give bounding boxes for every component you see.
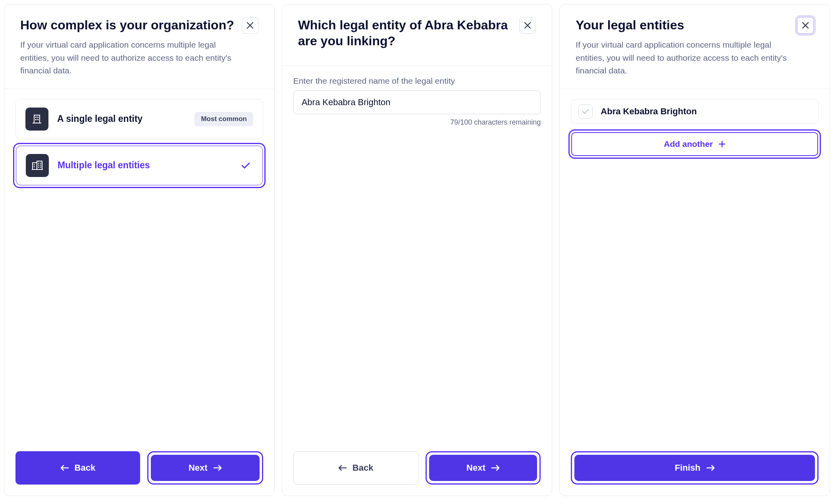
field-label: Enter the registered name of the legal e…: [293, 76, 541, 86]
svg-rect-4: [37, 119, 39, 120]
option-multiple-entities[interactable]: Multiple legal entities: [16, 146, 263, 185]
svg-rect-1: [35, 117, 37, 118]
entity-name-input[interactable]: [293, 90, 541, 114]
svg-rect-11: [40, 163, 41, 164]
close-button[interactable]: [797, 17, 814, 34]
panel-subtitle: If your virtual card application concern…: [20, 38, 235, 77]
add-another-button[interactable]: Add another: [571, 132, 818, 156]
highlight-add-another: Add another: [568, 129, 821, 159]
panel-header: Which legal entity of Abra Kebabra are y…: [282, 4, 552, 65]
highlight-multiple-entities: Multiple legal entities: [13, 143, 266, 188]
most-common-badge: Most common: [195, 112, 253, 126]
entity-list-item[interactable]: Abra Kebabra Brighton: [571, 99, 819, 124]
panel-link-entity: Which legal entity of Abra Kebabra are y…: [282, 4, 553, 496]
next-label: Next: [466, 463, 485, 473]
char-counter: 79/100 characters remaining: [293, 118, 541, 127]
arrow-right-icon: [706, 465, 715, 471]
check-icon: [241, 162, 250, 169]
add-label: Add another: [664, 139, 713, 149]
close-icon: [802, 22, 809, 29]
option-label: A single legal entity: [57, 113, 186, 124]
panel-org-complexity: How complex is your organization? If you…: [4, 4, 275, 496]
panel-subtitle: If your virtual card application concern…: [576, 38, 790, 77]
next-label: Next: [189, 463, 208, 473]
svg-rect-9: [34, 166, 35, 167]
svg-rect-8: [34, 164, 35, 165]
arrow-right-icon: [213, 465, 222, 471]
finish-label: Finish: [675, 463, 701, 473]
entity-name: Abra Kebabra Brighton: [601, 106, 697, 117]
next-button[interactable]: Next: [429, 455, 537, 481]
panel-title: How complex is your organization?: [20, 17, 235, 33]
close-button[interactable]: [519, 17, 536, 34]
svg-rect-6: [33, 163, 37, 169]
building-single-icon: [25, 108, 48, 131]
svg-rect-3: [35, 119, 37, 120]
back-button[interactable]: Back: [293, 451, 418, 485]
svg-rect-13: [40, 165, 41, 166]
arrow-right-icon: [491, 465, 500, 471]
svg-rect-7: [37, 161, 42, 169]
close-button[interactable]: [242, 17, 258, 34]
highlight-next: Next: [147, 451, 263, 485]
checkbox-icon[interactable]: [578, 104, 593, 119]
finish-button[interactable]: Finish: [574, 455, 815, 481]
svg-rect-14: [38, 167, 39, 168]
option-single-entity[interactable]: A single legal entity Most common: [15, 99, 263, 139]
arrow-left-icon: [60, 465, 69, 471]
close-icon: [247, 22, 254, 29]
next-button[interactable]: Next: [151, 455, 260, 481]
plus-icon: [718, 140, 726, 148]
back-label: Back: [352, 463, 374, 473]
panel-title: Your legal entities: [576, 17, 790, 33]
panel-header: Your legal entities If your virtual card…: [560, 4, 830, 88]
arrow-left-icon: [338, 465, 347, 471]
highlight-next: Next: [426, 451, 541, 485]
svg-rect-2: [37, 117, 39, 118]
back-label: Back: [75, 463, 96, 473]
svg-rect-12: [38, 165, 39, 166]
svg-rect-10: [38, 163, 39, 164]
back-button[interactable]: Back: [15, 451, 140, 485]
panel-your-entities: Your legal entities If your virtual card…: [559, 4, 830, 496]
highlight-finish: Finish: [571, 451, 819, 485]
option-label: Multiple legal entities: [58, 160, 232, 171]
panel-title: Which legal entity of Abra Kebabra are y…: [298, 17, 512, 49]
building-multiple-icon: [26, 154, 49, 177]
panel-header: How complex is your organization? If you…: [4, 4, 274, 88]
svg-rect-15: [40, 167, 41, 168]
close-icon: [524, 22, 531, 29]
svg-rect-0: [34, 115, 40, 123]
